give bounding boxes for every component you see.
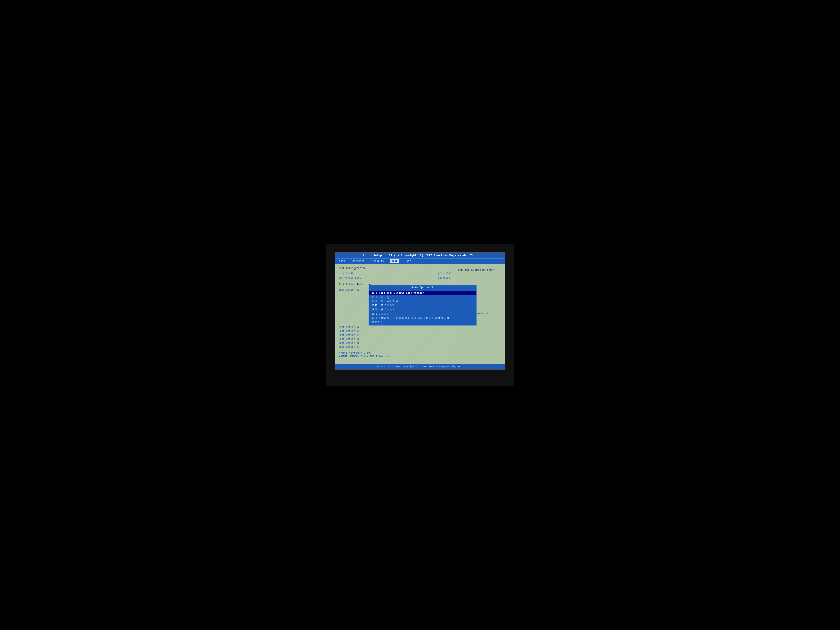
boot-option-dropdown[interactable]: Boot Option #1 UEFI Hard Disk:Windows Bo…: [368, 285, 477, 325]
boot-option-7-label[interactable]: Boot Option #7: [338, 346, 360, 349]
boot-option-5-label[interactable]: Boot Option #5: [338, 338, 360, 341]
boot-option-3-label[interactable]: Boot Option #3: [338, 330, 360, 333]
dropdown-body: UEFI Hard Disk:Windows Boot Manager UEFI…: [369, 290, 477, 325]
boot-option-7-row: Boot Option #7: [338, 346, 452, 349]
menu-item-security[interactable]: Security: [370, 259, 385, 263]
title-bar: Aptio Setup Utility – Copyright (C) 2017…: [335, 253, 505, 258]
boot-option-4-label[interactable]: Boot Option #4: [338, 334, 360, 337]
lan-remote-boot-value: [Enabled]: [438, 276, 452, 279]
screen-content: Aptio Setup Utility – Copyright (C) 2017…: [335, 253, 505, 369]
menu-item-exit[interactable]: Exit: [403, 259, 413, 263]
screen: Aptio Setup Utility – Copyright (C) 2017…: [335, 252, 505, 369]
menu-item-boot[interactable]: Boot: [390, 259, 399, 263]
uefi-hard-disk-drive[interactable]: ► UEFI Hard Disk Drive: [338, 352, 452, 354]
dropdown-item-6[interactable]: UEFI Network: IP4 Realtek PCIe GBE Famil…: [369, 316, 477, 320]
arrow-icon-1: ►: [338, 352, 340, 354]
boot-option-4-row: Boot Option #4: [338, 334, 452, 337]
menu-bar: Main Advanced Security Boot Exit: [335, 258, 505, 264]
menu-item-main[interactable]: Main: [337, 259, 347, 263]
arrow-icon-2: ►: [338, 355, 340, 358]
launch-csm-row: Launch CSM [Disable]: [338, 272, 452, 275]
launch-csm-value: [Disable]: [438, 272, 452, 275]
divider: [458, 274, 502, 274]
lan-remote-boot-row: LAN Remote Boot [Enabled]: [338, 276, 452, 279]
boot-option-3-row: Boot Option #3: [338, 330, 452, 333]
boot-option-6-label[interactable]: Boot Option #6: [338, 342, 360, 344]
uefi-network-label: UEFI NETWORK Drive BBS Priorities: [341, 355, 391, 358]
dropdown-item-5[interactable]: UEFI CD/DVD: [369, 312, 477, 316]
section-boot-config: Boot Configuration: [338, 267, 452, 270]
help-text: Sets the system boot order: [458, 268, 502, 272]
uefi-hard-disk-label: UEFI Hard Disk Drive: [341, 352, 371, 354]
dropdown-item-1[interactable]: UEFI USB Key: [369, 295, 477, 299]
title-text: Aptio Setup Utility – Copyright (C) 2017…: [363, 254, 477, 257]
version-text: Version 2.18.1263. Copyright (C) 2017 Am…: [377, 365, 463, 368]
lan-remote-boot-label[interactable]: LAN Remote Boot: [338, 276, 361, 279]
boot-option-2-row: Boot Option #2: [338, 326, 452, 329]
dropdown-item-3[interactable]: UEFI USB CD/DVD: [369, 303, 477, 308]
dropdown-title: Boot Option #1: [369, 286, 477, 290]
dropdown-item-4[interactable]: UEFI USB Floppy: [369, 308, 477, 312]
boot-option-2-label[interactable]: Boot Option #2: [338, 326, 360, 329]
uefi-network-drive[interactable]: ► UEFI NETWORK Drive BBS Priorities: [338, 355, 452, 358]
menu-item-advanced[interactable]: Advanced: [351, 259, 366, 263]
launch-csm-label[interactable]: Launch CSM: [338, 272, 354, 275]
dropdown-item-2[interactable]: UEFI USB Hard Disk: [369, 299, 477, 303]
monitor: Aptio Setup Utility – Copyright (C) 2017…: [326, 244, 514, 386]
dropdown-item-7[interactable]: Disable: [369, 320, 477, 324]
boot-option-1-label[interactable]: Boot Option #1: [338, 289, 360, 292]
boot-option-5-row: Boot Option #5: [338, 338, 452, 341]
bottom-bar: Version 2.18.1263. Copyright (C) 2017 Am…: [335, 364, 505, 369]
boot-option-6-row: Boot Option #6: [338, 342, 452, 344]
dropdown-item-0[interactable]: UEFI Hard Disk:Windows Boot Manager: [369, 291, 477, 295]
